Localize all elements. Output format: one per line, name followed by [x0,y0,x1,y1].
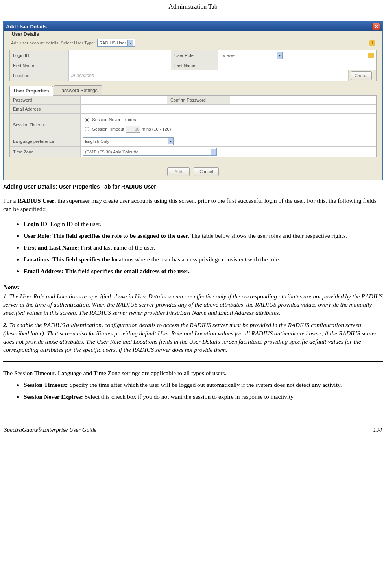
text-bold: User Role: This field specifies the role… [24,232,189,239]
locations-field: //Locations [69,70,349,81]
list-item: Email Address: This field specifies the … [24,266,383,276]
tab-user-properties[interactable]: User Properties [9,86,53,96]
text-bold: First and Last Name [24,244,77,251]
list-item: Login ID: Login ID of the user. [24,219,383,228]
info-icon[interactable]: i [369,40,375,46]
user-role-value: Viewer [223,53,277,58]
bullet-list-1: Login ID: Login ID of the user. User Rol… [3,219,383,276]
text-bold: Login ID [24,220,47,227]
list-item: User Role: This field specifies the role… [24,231,383,240]
chevron-down-icon: ▾ [277,52,282,59]
page-header: Administration Tab [3,3,383,13]
cancel-button[interactable]: Cancel [194,167,219,176]
text-span: locations where the user has access priv… [110,256,280,263]
user-role-select[interactable]: Viewer ▾ [221,52,283,59]
bullet-list-2: Session Timeout: Specify the time after … [3,380,383,401]
timeout-suffix: mins (10 - 120) [142,127,171,131]
list-item: First and Last Name: First and last name… [24,242,383,252]
property-tabs: User Properties Password Settings [9,85,377,95]
page-number: 194 [373,427,382,433]
text-span: To enable the RADIUS authentication, con… [3,322,377,353]
form-grid-top: Login ID User Role Viewer ▾ i First Name [9,50,377,81]
timeout-prefix: Session Timeout [92,127,124,131]
user-type-select[interactable]: RADIUS User ▾ [97,39,135,47]
last-name-input[interactable] [218,61,376,70]
tab-password-settings[interactable]: Password Settings [54,85,102,95]
spacer [167,105,376,113]
user-details-groupbox: User Details Add user account details. S… [7,35,379,161]
text-bold: Session Never Expires: [24,393,83,400]
timeout-spinner[interactable]: 10 [126,126,140,133]
radio-icon [85,118,89,122]
dialog-titlebar: Add User Details ✕ [4,21,382,31]
text-span: Select this check box if you do not want… [83,393,295,400]
intro-paragraph: For a RADIUS User, the superuser may cre… [3,197,383,213]
add-button[interactable]: Add [167,167,190,176]
language-value: English Only [85,139,168,144]
language-select[interactable]: English Only ▾ [83,137,174,145]
text-bold: Session Timeout: [24,381,68,388]
figure-caption: Adding User Details: User Properties Tab… [3,183,383,190]
language-label: Language preference [10,136,81,146]
user-role-label: User Role [171,50,218,61]
list-item: Session Timeout: Specify the time after … [24,380,383,389]
list-item: Session Never Expires: Select this check… [24,392,383,401]
login-id-label: Login ID [10,50,69,61]
instruction-text: Add user account details. Select User Ty… [11,41,95,45]
last-name-label: Last Name [171,61,218,70]
chevron-down-icon: ▾ [168,138,173,144]
email-input[interactable] [81,105,167,113]
note-1: 1. The User Role and Locations as specif… [3,292,383,317]
never-expires-text: Session Never Expires [92,117,136,122]
dialog-button-row: Add Cancel [4,164,382,180]
text-span: , the superuser may create user accounts… [3,197,377,212]
locations-label: Locations [10,70,69,81]
dialog-title: Add User Details [6,24,47,30]
radio-never-expires[interactable]: Session Never Expires [85,117,136,122]
text-span: Specify the time after which the user wi… [68,381,342,388]
close-icon[interactable]: ✕ [372,23,380,30]
login-id-input[interactable] [69,50,171,61]
password-label: Password [10,96,81,104]
info-icon[interactable]: i [368,53,374,58]
timezone-label: Time Zone [10,147,81,157]
body-text: For a RADIUS User, the superuser may cre… [3,197,383,401]
user-type-value: RADIUS User [99,41,126,45]
notes-block: Notes: 1. The User Role and Locations as… [3,281,383,362]
notes-title: Notes [3,284,18,290]
text-span: : First and last name of the user. [77,244,155,251]
radio-session-timeout[interactable]: Session Timeout 10 mins (10 - 120) [85,126,171,133]
text-bold: 2. [3,322,8,328]
radio-icon [85,127,89,131]
text-span: For a [3,197,17,204]
timezone-value: (GMT +05:30) Asia/Calcutta [85,150,211,154]
chevron-down-icon: ▾ [127,40,133,46]
session-timeout-label: Session Timeout [10,114,81,136]
first-name-input[interactable] [69,61,171,70]
text-span: : Login ID of the user. [47,220,102,227]
first-name-label: First Name [10,61,69,70]
text-span: The table below shows the user roles and… [189,232,347,239]
confirm-password-input[interactable] [230,96,376,104]
change-button[interactable]: Chan... [351,71,372,80]
footer-left: SpectraGuard® Enterprise User Guide [4,427,96,433]
page-footer: SpectraGuard® Enterprise User Guide 194 [3,425,383,433]
note-2: 2. To enable the RADIUS authentication, … [3,321,383,354]
chevron-down-icon: ▾ [211,149,216,155]
groupbox-legend: User Details [10,31,41,37]
confirm-password-label: Confirm Password [167,96,230,104]
timezone-select[interactable]: (GMT +05:30) Asia/Calcutta ▾ [83,148,217,156]
list-item: Locations: This field specifies the loca… [24,254,383,264]
email-label: Email Address [10,105,81,113]
add-user-dialog: Add User Details ✕ User Details Add user… [3,21,383,180]
text-bold: Locations: This field specifies the [24,256,110,263]
form-grid-props: Password Confirm Password Email Address … [9,95,377,157]
text-bold: Email Address: This field specifies the … [24,268,190,274]
text-bold: RADIUS User [17,197,54,204]
after-notes-paragraph: The Session Timeout, Language and Time Z… [3,369,383,377]
password-input[interactable] [81,96,167,104]
